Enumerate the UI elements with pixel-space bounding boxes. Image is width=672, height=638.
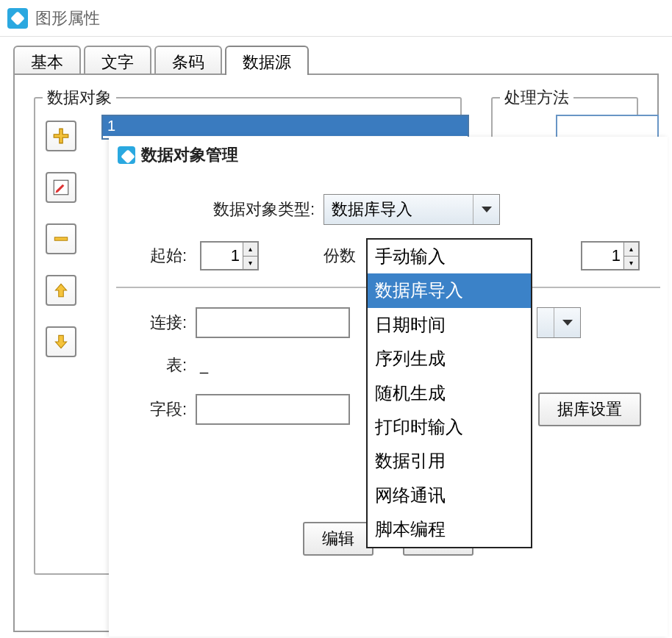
dropdown-option[interactable]: 随机生成 — [368, 376, 531, 410]
field-input[interactable] — [196, 394, 350, 425]
remove-button[interactable] — [46, 223, 76, 254]
dropdown-option[interactable]: 脚本编程 — [368, 512, 531, 546]
conn-combo[interactable] — [537, 307, 581, 338]
table-value: _ — [196, 357, 208, 374]
move-up-button[interactable] — [46, 275, 76, 306]
db-settings-button[interactable]: 据库设置 — [538, 393, 641, 426]
copies-spinner-up[interactable]: ▴ — [623, 243, 638, 257]
start-spinner-down[interactable]: ▾ — [243, 257, 257, 270]
app-icon — [7, 8, 28, 29]
move-down-button[interactable] — [46, 326, 76, 357]
type-combo[interactable]: 数据库导入 — [324, 194, 500, 225]
dropdown-option[interactable]: 日期时间 — [368, 308, 531, 342]
start-label: 起始: — [146, 245, 187, 267]
window-titlebar: 图形属性 — [0, 0, 672, 37]
group-legend-method: 处理方法 — [500, 87, 573, 109]
dropdown-option[interactable]: 打印时输入 — [368, 410, 531, 444]
copies-label: 份数 — [315, 245, 356, 267]
tab-basic[interactable]: 基本 — [13, 46, 81, 75]
start-spinner[interactable]: ▴ ▾ — [200, 241, 259, 270]
dialog-titlebar: 数据对象管理 — [109, 137, 668, 173]
edit-button[interactable] — [46, 172, 76, 203]
method-list[interactable] — [556, 115, 659, 140]
tool-column — [46, 113, 82, 357]
group-legend-data-object: 数据对象 — [43, 87, 116, 109]
edit-dialog-button[interactable]: 编辑 — [303, 522, 373, 556]
conn-input[interactable] — [196, 307, 350, 338]
tab-barcode[interactable]: 条码 — [154, 46, 222, 75]
plus-icon — [51, 126, 71, 146]
field-label: 字段: — [146, 398, 187, 420]
copies-spinner-down[interactable]: ▾ — [623, 257, 638, 270]
dropdown-option[interactable]: 序列生成 — [368, 342, 531, 376]
dropdown-option[interactable]: 网络通讯 — [368, 478, 531, 512]
conn-label: 连接: — [146, 312, 187, 334]
copies-input[interactable] — [582, 243, 623, 269]
dropdown-option[interactable]: 数据引用 — [368, 444, 531, 478]
dialog-icon — [118, 146, 135, 164]
data-object-list[interactable]: 1 — [101, 115, 469, 140]
add-button[interactable] — [46, 121, 76, 151]
type-combo-value: 数据库导入 — [324, 198, 473, 221]
tab-bar: 基本 文字 条码 数据源 — [0, 37, 672, 75]
tab-datasource[interactable]: 数据源 — [225, 46, 309, 75]
tab-text[interactable]: 文字 — [84, 46, 151, 75]
list-item[interactable]: 1 — [103, 116, 468, 136]
minus-icon — [51, 229, 71, 248]
type-label: 数据对象类型: — [204, 198, 315, 221]
start-spinner-up[interactable]: ▴ — [243, 243, 257, 257]
table-label: 表: — [146, 354, 187, 376]
window-title: 图形属性 — [35, 7, 100, 29]
start-input[interactable] — [201, 243, 243, 269]
dropdown-option[interactable]: 数据库导入 — [368, 273, 531, 307]
dropdown-option[interactable]: 手动输入 — [368, 240, 531, 273]
arrow-up-icon — [51, 281, 71, 300]
chevron-down-icon[interactable] — [554, 308, 580, 337]
pencil-icon — [51, 178, 71, 197]
copies-spinner[interactable]: ▴ ▾ — [581, 241, 640, 270]
svg-rect-1 — [54, 237, 67, 240]
type-dropdown-list[interactable]: 手动输入 数据库导入 日期时间 序列生成 随机生成 打印时输入 数据引用 网络通… — [366, 238, 532, 548]
arrow-down-icon — [51, 332, 71, 351]
dialog-title-text: 数据对象管理 — [141, 144, 238, 166]
chevron-down-icon[interactable] — [473, 195, 499, 224]
